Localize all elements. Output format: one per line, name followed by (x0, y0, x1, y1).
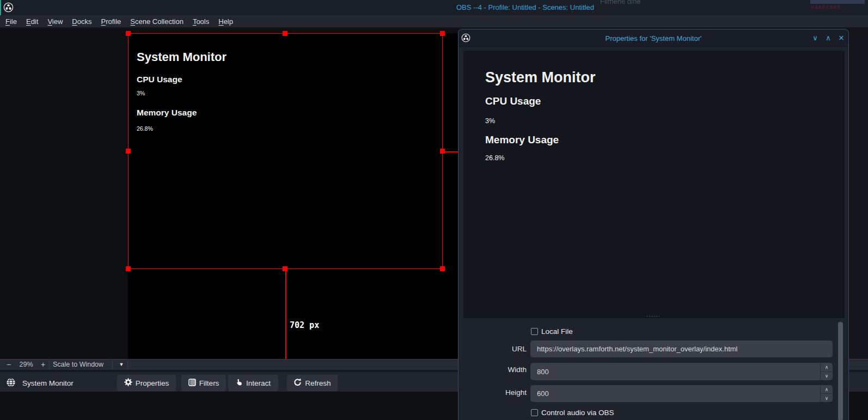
desktop-ghost-text: Filmene dine (600, 0, 640, 5)
width-label: Width (459, 366, 527, 374)
url-input[interactable] (530, 340, 833, 357)
selected-source-name: System Monitor (22, 379, 74, 387)
properties-button-label: Properties (136, 379, 169, 387)
hand-pointer-icon (236, 379, 243, 387)
control-audio-label: Control audio via OBS (541, 409, 614, 417)
menu-tools[interactable]: Tools (193, 17, 209, 26)
height-increment-button[interactable]: ∧ (821, 385, 833, 394)
preview-splitter-handle[interactable]: ······ (459, 314, 848, 319)
refresh-icon (294, 378, 302, 388)
wallpaper-ghost-text: HARDCORE (811, 5, 841, 10)
resize-handle-middle-right[interactable] (440, 149, 445, 154)
control-audio-row: Control audio via OBS (531, 409, 614, 417)
dialog-shade-button[interactable]: ∨ (810, 33, 820, 44)
height-label: Height (459, 388, 527, 397)
menu-scene-collection[interactable]: Scene Collection (130, 17, 184, 26)
source-selection-box[interactable] (128, 33, 443, 269)
menu-profile[interactable]: Profile (101, 17, 121, 26)
menu-file[interactable]: File (5, 17, 17, 26)
scale-mode-dropdown[interactable]: Scale to Window (53, 360, 103, 370)
interact-button[interactable]: Interact (228, 375, 278, 391)
resize-handle-top-right[interactable] (440, 31, 445, 36)
height-value[interactable]: 600 (537, 385, 549, 402)
resize-handle-middle-left[interactable] (126, 149, 131, 154)
zoom-out-button[interactable]: − (4, 360, 13, 370)
zoom-level-value: 29% (19, 360, 34, 370)
gear-icon (124, 378, 132, 388)
menu-help[interactable]: Help (218, 17, 233, 26)
overlay-memory-heading: Memory Usage (485, 134, 559, 146)
control-audio-checkbox[interactable] (531, 409, 538, 416)
width-decrement-button[interactable]: ∨ (821, 372, 833, 381)
zoom-bar-separator (127, 361, 128, 369)
width-spinbox[interactable]: 800 ∧ ∨ (530, 363, 833, 380)
window-title: OBS --4 - Profile: Untitled - Scenes: Un… (456, 3, 594, 11)
properties-dialog-titlebar[interactable]: Properties for 'System Monitor' ∨ ∧ × (459, 29, 848, 47)
window-edge-accent (0, 0, 1, 15)
interact-button-label: Interact (246, 379, 271, 387)
width-value[interactable]: 800 (537, 363, 549, 380)
resize-handle-bottom-right[interactable] (440, 266, 445, 271)
refresh-button-label: Refresh (305, 379, 331, 387)
menu-view[interactable]: View (47, 17, 63, 26)
overlay-title: System Monitor (485, 69, 596, 86)
local-file-label: Local File (541, 327, 573, 336)
zoom-bar-separator (112, 361, 113, 369)
zoom-bar-separator (49, 361, 50, 369)
overlay-cpu-heading: CPU Usage (485, 95, 541, 107)
window-titlebar: Filmene dine HARDCORE OBS --4 - Profile:… (0, 0, 868, 15)
selection-right-guide-line (443, 151, 458, 153)
url-label: URL (459, 345, 527, 353)
resize-handle-bottom-left[interactable] (126, 266, 131, 271)
menu-edit[interactable]: Edit (26, 17, 38, 26)
distance-guide-label: 702 px (290, 320, 319, 330)
height-spinner: ∧ ∨ (820, 385, 833, 402)
background-panel-strip (849, 28, 868, 387)
height-spinbox[interactable]: 600 ∧ ∨ (530, 385, 833, 402)
local-file-checkbox[interactable] (531, 328, 538, 335)
menu-docks[interactable]: Docks (72, 17, 91, 26)
properties-dialog: Properties for 'System Monitor' ∨ ∧ × Sy… (458, 29, 849, 420)
dialog-unshade-button[interactable]: ∧ (823, 33, 833, 44)
zoom-in-button[interactable]: + (39, 360, 47, 370)
obs-logo-icon (3, 2, 14, 13)
properties-source-preview: System Monitor CPU Usage 3% Memory Usage… (463, 51, 845, 318)
dialog-close-button[interactable]: × (836, 33, 846, 44)
properties-button[interactable]: Properties (117, 375, 176, 391)
overlay-cpu-value: 3% (485, 117, 495, 125)
width-increment-button[interactable]: ∧ (821, 363, 833, 372)
local-file-row: Local File (531, 327, 573, 336)
desktop-ghost-logo (810, 0, 865, 4)
width-spinner: ∧ ∨ (820, 363, 833, 380)
filter-icon (188, 379, 196, 388)
browser-source-globe-icon (7, 378, 15, 387)
scale-mode-dropdown-arrow-icon[interactable]: ▼ (117, 360, 126, 370)
resize-handle-top-left[interactable] (126, 31, 131, 36)
filters-button-label: Filters (199, 379, 219, 387)
filters-button[interactable]: Filters (181, 375, 226, 391)
menubar: File Edit View Docks Profile Scene Colle… (0, 15, 868, 28)
overlay-memory-value: 26.8% (485, 154, 504, 162)
resize-handle-top-center[interactable] (283, 31, 288, 36)
dialog-scrollbar[interactable] (838, 322, 843, 420)
properties-dialog-title: Properties for 'System Monitor' (459, 34, 848, 42)
refresh-button[interactable]: Refresh (287, 375, 338, 391)
height-decrement-button[interactable]: ∨ (821, 394, 833, 402)
